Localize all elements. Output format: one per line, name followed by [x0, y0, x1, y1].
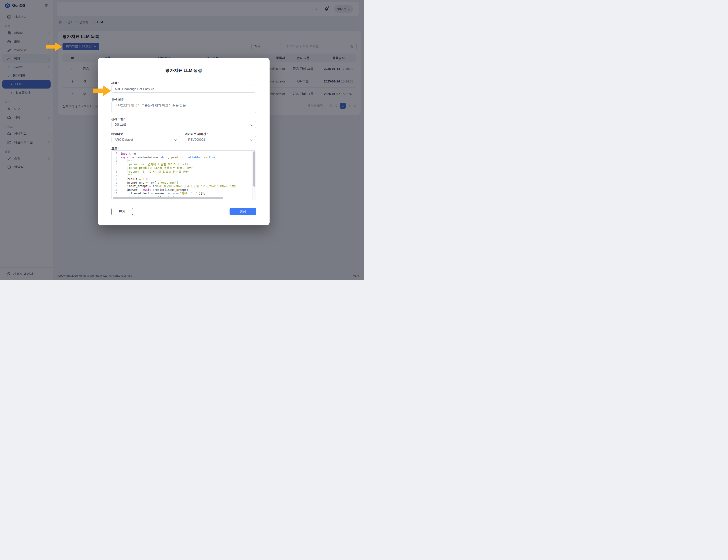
chevron-down-icon [250, 123, 253, 126]
code-line: 6 :return: 0 - 1 사이의 값으로 점수를 반환 [112, 170, 256, 174]
chevron-down-icon [174, 138, 177, 141]
line-number: 5 [112, 167, 117, 170]
title-field-label: 제목* [111, 81, 119, 85]
tutorial-arrow-create-button [46, 42, 62, 51]
code-line: 11 answer = await predict(input_prompt) [112, 188, 256, 192]
close-button[interactable]: 닫기 [111, 208, 133, 215]
code-line: 10 input_prompt = f"아래 질문에 대해서 답을 단답형으로 … [112, 185, 256, 188]
line-number: 11 [112, 188, 117, 192]
code-line: 7 """ [112, 174, 256, 177]
vertical-scrollbar-track[interactable] [252, 151, 256, 200]
tutorial-arrow-title-input [93, 85, 111, 96]
code-field-label: 코드* [111, 147, 119, 151]
title-input[interactable]: ARC Challenge Cot Easy ko [111, 85, 256, 93]
line-number: 14 [112, 199, 117, 200]
line-number: 1 [112, 152, 117, 155]
line-number: 12 [112, 192, 117, 195]
line-number: 2 [112, 156, 117, 159]
vertical-scrollbar-thumb[interactable] [253, 151, 255, 187]
code-editor[interactable]: 1import re2▾async def evaluate(row: dict… [111, 150, 256, 200]
group-select[interactable]: DS 그룹 [111, 121, 256, 128]
revision-select[interactable]: REV000001 [185, 136, 256, 143]
line-number: 10 [112, 185, 117, 188]
horizontal-scrollbar[interactable] [113, 197, 223, 199]
dataset-field-label: 데이터셋 [111, 132, 123, 136]
code-line: 5 :param predict: LLM을 호출하는 비동기 함수 [112, 166, 256, 170]
code-line: 4 :param row: 평가에 사용할 데이터 (dict) [112, 163, 256, 166]
line-number: 6 [112, 170, 117, 173]
line-number: 8 [112, 177, 117, 181]
create-button[interactable]: 생성 [230, 208, 256, 215]
chevron-down-icon [250, 138, 253, 141]
code-line: 1import re [112, 152, 256, 155]
group-field-label: 관리 그룹* [111, 117, 125, 121]
line-number: 4 [112, 163, 117, 166]
line-number: 3 [112, 159, 117, 162]
code-line: 3 """ [112, 159, 256, 163]
code-line: 9 prompt_mnc = row['prompt_mnc'] [112, 181, 256, 185]
line-number: 9 [112, 181, 117, 184]
line-number: 7 [112, 174, 117, 177]
code-line: 2▾async def evaluate(row: dict, predict:… [112, 155, 256, 159]
description-field-label: 상세 설명 [111, 97, 124, 101]
fold-icon[interactable]: ▾ [117, 156, 120, 158]
code-line: 14 [112, 199, 256, 200]
revision-field-label: 데이터셋 리비전* [185, 132, 208, 136]
code-line: 8 result = 0.0 [112, 177, 256, 181]
create-metric-modal: 평가지표 LLM 생성 제목* ARC Challenge Cot Easy k… [98, 58, 270, 226]
description-textarea[interactable]: LLM모델의 한국어 추론능력 평가 비교적 쉬운 질문 [111, 101, 256, 113]
code-line: 12 filtered_text = answer.replace('답변: '… [112, 192, 256, 195]
dataset-select[interactable]: ARC Dataset [111, 136, 180, 143]
